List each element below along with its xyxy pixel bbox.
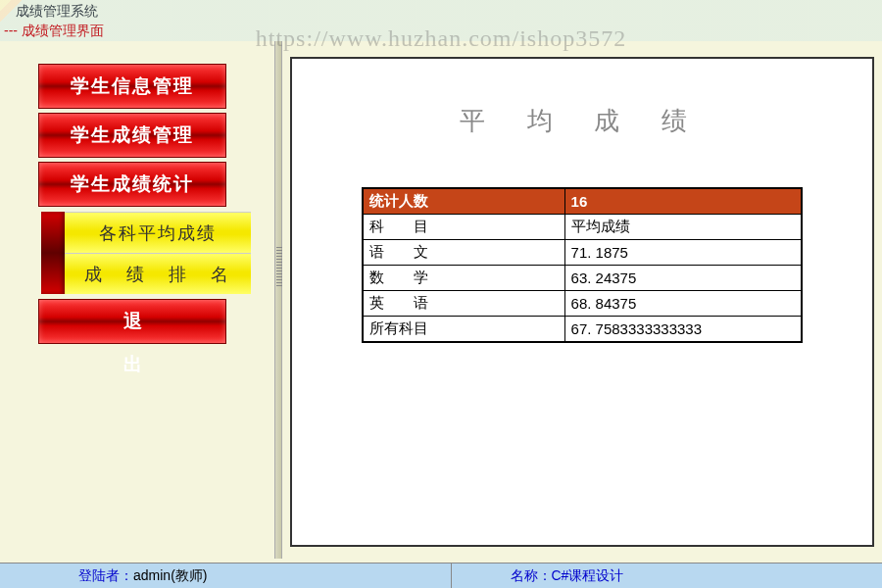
app-title: 成绩管理系统 [0,0,882,22]
splitter-grip-icon [276,247,282,286]
content-panel: 平 均 成 绩 统计人数 16 科 目 平均成绩 语 文 71. 1875 数 … [290,57,874,547]
nav-student-info[interactable]: 学生信息管理 [39,65,225,108]
main-area: 学生信息管理 学生成绩管理 学生成绩统计 各科平均成绩 成 绩 排 名 退 出 … [0,41,882,559]
status-bar: 登陆者：admin(教师) 名称：C#课程设计 [0,563,882,588]
row-value: 63. 24375 [564,266,802,291]
nav-exit[interactable]: 退 出 [39,300,225,343]
row-label: 数 学 [363,266,564,291]
status-login: 登陆者：admin(教师) [0,564,452,588]
nav-grade-stats[interactable]: 学生成绩统计 [39,163,225,206]
login-label: 登陆者： [78,567,133,583]
row-label: 英 语 [363,291,564,317]
table-row: 所有科目 67. 7583333333333 [363,317,802,343]
row-value: 67. 7583333333333 [564,317,802,343]
submenu-decor-bar [41,212,65,294]
login-value: admin(教师) [133,567,207,583]
table-row: 数 学 63. 24375 [363,266,802,291]
row-value: 68. 84375 [564,291,802,317]
table-header-row: 统计人数 16 [363,188,802,215]
subheader-label: 科 目 [363,215,564,240]
table-subheader-row: 科 目 平均成绩 [363,215,802,240]
header-value: 16 [564,188,802,215]
nav-student-grades[interactable]: 学生成绩管理 [39,114,225,157]
row-value: 71. 1875 [564,240,802,266]
table-row: 语 文 71. 1875 [363,240,802,266]
status-name: 名称：C#课程设计 [452,564,883,588]
submenu-ranking[interactable]: 成 绩 排 名 [65,253,251,294]
submenu-average[interactable]: 各科平均成绩 [65,212,251,253]
header-label: 统计人数 [363,188,564,215]
row-label: 所有科目 [363,317,564,343]
app-subtitle: --- 成绩管理界面 [0,22,882,41]
submenu: 各科平均成绩 成 绩 排 名 [65,212,265,294]
name-value: C#课程设计 [552,567,624,583]
name-label: 名称： [511,567,552,583]
stats-table: 统计人数 16 科 目 平均成绩 语 文 71. 1875 数 学 63. 24… [362,187,803,343]
sidebar: 学生信息管理 学生成绩管理 学生成绩统计 各科平均成绩 成 绩 排 名 退 出 [39,65,265,349]
splitter-bar[interactable] [274,41,282,559]
content-title: 平 均 成 绩 [292,104,872,138]
table-row: 英 语 68. 84375 [363,291,802,317]
row-label: 语 文 [363,240,564,266]
subheader-value: 平均成绩 [564,215,802,240]
